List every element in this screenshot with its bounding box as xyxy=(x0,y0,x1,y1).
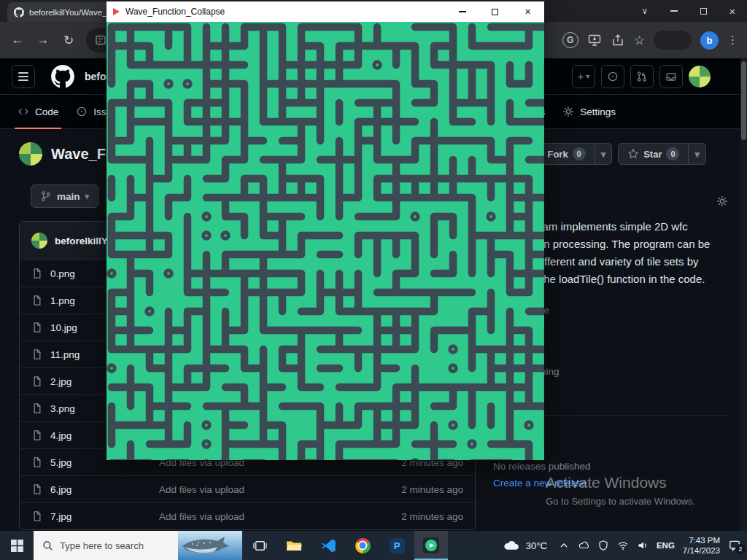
sketch-close-button[interactable]: × xyxy=(511,1,544,22)
share-icon[interactable] xyxy=(611,33,625,47)
file-name-link[interactable]: 5.jpg xyxy=(50,457,71,468)
file-icon xyxy=(31,349,43,360)
reload-button[interactable]: ↻ xyxy=(61,32,77,48)
window-maximize-button[interactable] xyxy=(689,0,718,22)
search-icon xyxy=(42,540,53,551)
page-scrollbar[interactable] xyxy=(740,58,747,531)
file-icon xyxy=(31,376,43,387)
file-name-link[interactable]: 7.jpg xyxy=(50,511,71,522)
processing-ide-button[interactable] xyxy=(380,531,414,560)
commit-message-link[interactable]: Add files via upload xyxy=(159,484,392,495)
desktop-screen: beforelkillYou/Wave_Function_Collapse ∨ … xyxy=(0,0,747,560)
create-new-button[interactable]: +▾ xyxy=(572,65,595,88)
file-updated-time: 2 minutes ago xyxy=(392,511,463,522)
code-icon xyxy=(18,106,29,117)
side-panel-button[interactable] xyxy=(654,31,692,50)
about-settings-gear-icon[interactable] xyxy=(716,195,728,207)
hidden-icons-chevron[interactable] xyxy=(558,540,570,551)
hamburger-menu-icon[interactable] xyxy=(12,65,35,88)
create-release-link[interactable]: Create a new release xyxy=(493,478,728,489)
weather-cloud-icon xyxy=(503,540,521,551)
file-icon xyxy=(31,402,43,414)
plus-icon: + xyxy=(578,70,584,82)
file-name-link[interactable]: 10.jpg xyxy=(50,322,77,333)
tab-code[interactable]: Code xyxy=(12,95,64,128)
star-count: 0 xyxy=(666,147,679,160)
action-center-button[interactable]: 2 xyxy=(728,539,741,552)
volume-icon[interactable] xyxy=(637,540,649,551)
processing-sketch-icon xyxy=(423,537,439,553)
weather-temp: 30°C xyxy=(526,540,547,551)
issue-icon xyxy=(607,71,619,82)
file-name-link[interactable]: 11.png xyxy=(50,349,80,360)
tab-search-button[interactable]: ∨ xyxy=(630,0,659,22)
inbox-icon xyxy=(665,71,677,82)
onedrive-icon[interactable] xyxy=(578,540,589,551)
processing-sketch-window: Wave_Function_Collapse × xyxy=(107,1,544,460)
user-avatar[interactable] xyxy=(689,66,711,88)
github-favicon xyxy=(14,7,24,18)
repo-owner-avatar[interactable] xyxy=(19,142,42,166)
clock-date: 7/14/2023 xyxy=(683,545,720,556)
github-logo-icon[interactable] xyxy=(51,65,74,88)
browser-menu-icon[interactable]: ⋮ xyxy=(727,34,738,47)
google-extension-icon[interactable]: G xyxy=(562,32,578,48)
window-minimize-button[interactable] xyxy=(659,0,689,22)
branch-icon xyxy=(40,190,52,202)
processing-ide-icon xyxy=(390,538,405,553)
notification-badge: 2 xyxy=(735,544,746,554)
file-icon xyxy=(31,483,43,495)
vscode-icon xyxy=(321,538,336,553)
file-name-link[interactable]: 6.jpg xyxy=(50,484,71,495)
star-icon xyxy=(627,148,639,160)
star-split-button: Star 0 ▾ xyxy=(618,143,706,165)
sketch-minimize-button[interactable] xyxy=(446,1,479,22)
file-icon xyxy=(31,322,43,333)
windows-logo-icon xyxy=(11,540,23,552)
commit-author-avatar[interactable] xyxy=(31,233,47,249)
file-name-link[interactable]: 4.jpg xyxy=(50,430,71,441)
file-name-link[interactable]: 1.png xyxy=(50,295,75,306)
pull-requests-header-button[interactable] xyxy=(630,65,654,88)
bookmark-star-icon[interactable]: ☆ xyxy=(634,33,645,48)
clock-time: 7:43 PM xyxy=(683,535,720,545)
file-row[interactable]: 6.jpgAdd files via upload2 minutes ago xyxy=(20,475,475,502)
weather-widget[interactable]: 30°C xyxy=(500,540,550,551)
sketch-maximize-button[interactable] xyxy=(479,1,511,22)
tab-settings[interactable]: Settings xyxy=(557,95,622,128)
chrome-button[interactable] xyxy=(346,531,379,560)
security-shield-icon[interactable] xyxy=(597,540,609,551)
task-view-icon xyxy=(252,538,268,553)
language-indicator[interactable]: ENG xyxy=(657,541,675,550)
task-view-button[interactable] xyxy=(243,531,276,560)
star-button[interactable]: Star 0 xyxy=(618,143,689,165)
file-row[interactable]: 7.jpgAdd files via upload2 minutes ago xyxy=(20,502,475,529)
browser-profile-avatar[interactable]: b xyxy=(700,31,719,50)
file-name-link[interactable]: 2.jpg xyxy=(50,376,71,387)
site-info-icon[interactable] xyxy=(95,34,107,46)
taskbar-clock[interactable]: 7:43 PM 7/14/2023 xyxy=(683,535,720,556)
back-button[interactable]: ← xyxy=(9,32,26,48)
install-app-icon[interactable] xyxy=(587,33,602,47)
file-explorer-button[interactable] xyxy=(277,531,311,560)
inbox-button[interactable] xyxy=(659,65,683,88)
file-name-link[interactable]: 3.png xyxy=(50,403,75,414)
branch-selector[interactable]: main ▾ xyxy=(31,184,98,208)
file-name-link[interactable]: 0.png xyxy=(50,268,75,279)
forward-button[interactable]: → xyxy=(35,32,51,48)
fork-dropdown-button[interactable]: ▾ xyxy=(595,143,613,165)
start-button[interactable] xyxy=(0,531,34,560)
star-dropdown-button[interactable]: ▾ xyxy=(689,143,706,165)
commit-message-link[interactable]: Add files via upload xyxy=(159,511,392,522)
search-highlight-image[interactable] xyxy=(178,531,242,560)
search-placeholder: Type here to search xyxy=(60,540,144,551)
running-sketch-button[interactable] xyxy=(414,531,448,560)
window-close-button[interactable]: × xyxy=(718,0,747,22)
file-icon xyxy=(31,510,43,522)
wifi-icon[interactable] xyxy=(617,540,629,551)
issues-header-button[interactable] xyxy=(601,65,624,88)
vscode-button[interactable] xyxy=(311,531,345,560)
scrollbar-thumb[interactable] xyxy=(741,61,746,140)
taskbar-search[interactable]: Type here to search xyxy=(34,531,242,560)
sketch-window-titlebar[interactable]: Wave_Function_Collapse × xyxy=(107,1,544,22)
